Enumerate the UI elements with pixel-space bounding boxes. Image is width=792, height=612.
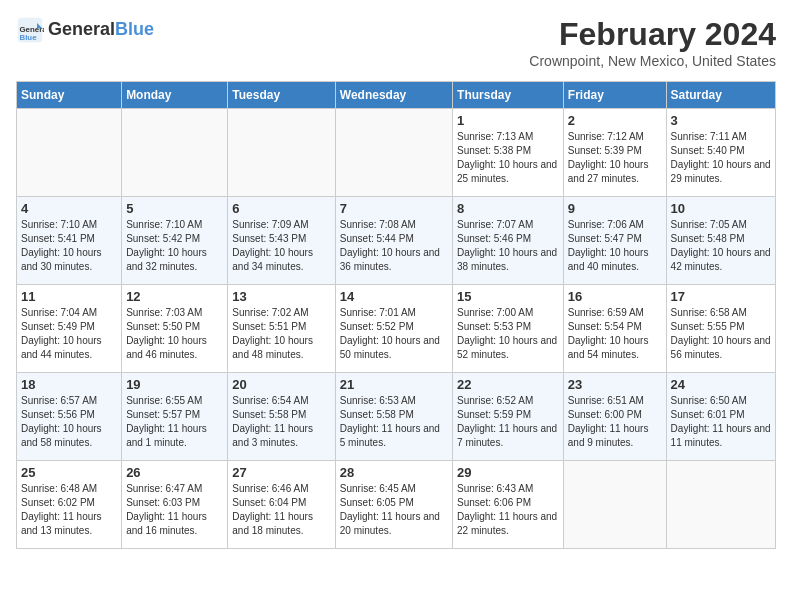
column-header-wednesday: Wednesday [335, 82, 452, 109]
day-cell: 24Sunrise: 6:50 AMSunset: 6:01 PMDayligh… [666, 373, 775, 461]
day-info: Sunrise: 6:54 AMSunset: 5:58 PMDaylight:… [232, 394, 330, 450]
day-cell [335, 109, 452, 197]
day-info: Sunrise: 6:50 AMSunset: 6:01 PMDaylight:… [671, 394, 771, 450]
day-number: 18 [21, 377, 117, 392]
day-cell: 8Sunrise: 7:07 AMSunset: 5:46 PMDaylight… [453, 197, 564, 285]
week-row-1: 1Sunrise: 7:13 AMSunset: 5:38 PMDaylight… [17, 109, 776, 197]
week-row-3: 11Sunrise: 7:04 AMSunset: 5:49 PMDayligh… [17, 285, 776, 373]
day-info: Sunrise: 6:52 AMSunset: 5:59 PMDaylight:… [457, 394, 559, 450]
day-info: Sunrise: 7:02 AMSunset: 5:51 PMDaylight:… [232, 306, 330, 362]
day-cell: 16Sunrise: 6:59 AMSunset: 5:54 PMDayligh… [563, 285, 666, 373]
day-cell: 22Sunrise: 6:52 AMSunset: 5:59 PMDayligh… [453, 373, 564, 461]
column-header-thursday: Thursday [453, 82, 564, 109]
day-info: Sunrise: 6:53 AMSunset: 5:58 PMDaylight:… [340, 394, 448, 450]
day-info: Sunrise: 6:47 AMSunset: 6:03 PMDaylight:… [126, 482, 223, 538]
day-cell: 2Sunrise: 7:12 AMSunset: 5:39 PMDaylight… [563, 109, 666, 197]
day-number: 16 [568, 289, 662, 304]
day-info: Sunrise: 7:13 AMSunset: 5:38 PMDaylight:… [457, 130, 559, 186]
day-number: 20 [232, 377, 330, 392]
column-header-saturday: Saturday [666, 82, 775, 109]
svg-text:Blue: Blue [20, 33, 38, 42]
day-cell: 1Sunrise: 7:13 AMSunset: 5:38 PMDaylight… [453, 109, 564, 197]
day-number: 14 [340, 289, 448, 304]
column-header-tuesday: Tuesday [228, 82, 335, 109]
day-number: 15 [457, 289, 559, 304]
day-number: 24 [671, 377, 771, 392]
day-info: Sunrise: 7:07 AMSunset: 5:46 PMDaylight:… [457, 218, 559, 274]
day-info: Sunrise: 6:59 AMSunset: 5:54 PMDaylight:… [568, 306, 662, 362]
day-info: Sunrise: 6:46 AMSunset: 6:04 PMDaylight:… [232, 482, 330, 538]
day-cell: 12Sunrise: 7:03 AMSunset: 5:50 PMDayligh… [122, 285, 228, 373]
day-info: Sunrise: 6:55 AMSunset: 5:57 PMDaylight:… [126, 394, 223, 450]
day-cell: 29Sunrise: 6:43 AMSunset: 6:06 PMDayligh… [453, 461, 564, 549]
day-number: 1 [457, 113, 559, 128]
day-cell [666, 461, 775, 549]
day-number: 11 [21, 289, 117, 304]
day-cell: 7Sunrise: 7:08 AMSunset: 5:44 PMDaylight… [335, 197, 452, 285]
day-cell: 14Sunrise: 7:01 AMSunset: 5:52 PMDayligh… [335, 285, 452, 373]
day-number: 28 [340, 465, 448, 480]
day-info: Sunrise: 7:00 AMSunset: 5:53 PMDaylight:… [457, 306, 559, 362]
day-info: Sunrise: 7:03 AMSunset: 5:50 PMDaylight:… [126, 306, 223, 362]
day-info: Sunrise: 7:10 AMSunset: 5:41 PMDaylight:… [21, 218, 117, 274]
day-info: Sunrise: 7:09 AMSunset: 5:43 PMDaylight:… [232, 218, 330, 274]
day-number: 8 [457, 201, 559, 216]
day-info: Sunrise: 7:04 AMSunset: 5:49 PMDaylight:… [21, 306, 117, 362]
day-info: Sunrise: 7:01 AMSunset: 5:52 PMDaylight:… [340, 306, 448, 362]
day-cell: 25Sunrise: 6:48 AMSunset: 6:02 PMDayligh… [17, 461, 122, 549]
day-cell: 21Sunrise: 6:53 AMSunset: 5:58 PMDayligh… [335, 373, 452, 461]
day-info: Sunrise: 7:11 AMSunset: 5:40 PMDaylight:… [671, 130, 771, 186]
day-cell: 11Sunrise: 7:04 AMSunset: 5:49 PMDayligh… [17, 285, 122, 373]
day-number: 19 [126, 377, 223, 392]
day-number: 5 [126, 201, 223, 216]
day-number: 10 [671, 201, 771, 216]
day-number: 29 [457, 465, 559, 480]
day-cell: 13Sunrise: 7:02 AMSunset: 5:51 PMDayligh… [228, 285, 335, 373]
logo-text: GeneralBlue [48, 20, 154, 40]
day-number: 25 [21, 465, 117, 480]
day-number: 12 [126, 289, 223, 304]
day-info: Sunrise: 6:48 AMSunset: 6:02 PMDaylight:… [21, 482, 117, 538]
day-cell: 19Sunrise: 6:55 AMSunset: 5:57 PMDayligh… [122, 373, 228, 461]
logo: General Blue GeneralBlue [16, 16, 154, 44]
day-number: 23 [568, 377, 662, 392]
day-number: 27 [232, 465, 330, 480]
day-cell: 28Sunrise: 6:45 AMSunset: 6:05 PMDayligh… [335, 461, 452, 549]
logo-icon: General Blue [16, 16, 44, 44]
day-info: Sunrise: 6:57 AMSunset: 5:56 PMDaylight:… [21, 394, 117, 450]
subtitle: Crownpoint, New Mexico, United States [529, 53, 776, 69]
day-cell: 23Sunrise: 6:51 AMSunset: 6:00 PMDayligh… [563, 373, 666, 461]
calendar-header-row: SundayMondayTuesdayWednesdayThursdayFrid… [17, 82, 776, 109]
day-cell: 15Sunrise: 7:00 AMSunset: 5:53 PMDayligh… [453, 285, 564, 373]
day-cell: 9Sunrise: 7:06 AMSunset: 5:47 PMDaylight… [563, 197, 666, 285]
calendar-body: 1Sunrise: 7:13 AMSunset: 5:38 PMDaylight… [17, 109, 776, 549]
week-row-4: 18Sunrise: 6:57 AMSunset: 5:56 PMDayligh… [17, 373, 776, 461]
page-header: General Blue GeneralBlue February 2024 C… [16, 16, 776, 69]
day-info: Sunrise: 7:08 AMSunset: 5:44 PMDaylight:… [340, 218, 448, 274]
day-number: 17 [671, 289, 771, 304]
day-cell: 20Sunrise: 6:54 AMSunset: 5:58 PMDayligh… [228, 373, 335, 461]
day-cell: 17Sunrise: 6:58 AMSunset: 5:55 PMDayligh… [666, 285, 775, 373]
day-cell: 26Sunrise: 6:47 AMSunset: 6:03 PMDayligh… [122, 461, 228, 549]
day-number: 4 [21, 201, 117, 216]
day-info: Sunrise: 7:05 AMSunset: 5:48 PMDaylight:… [671, 218, 771, 274]
day-number: 7 [340, 201, 448, 216]
day-cell: 6Sunrise: 7:09 AMSunset: 5:43 PMDaylight… [228, 197, 335, 285]
column-header-friday: Friday [563, 82, 666, 109]
day-number: 22 [457, 377, 559, 392]
day-cell [122, 109, 228, 197]
column-header-sunday: Sunday [17, 82, 122, 109]
day-info: Sunrise: 7:10 AMSunset: 5:42 PMDaylight:… [126, 218, 223, 274]
day-cell [563, 461, 666, 549]
day-info: Sunrise: 7:06 AMSunset: 5:47 PMDaylight:… [568, 218, 662, 274]
day-number: 26 [126, 465, 223, 480]
week-row-5: 25Sunrise: 6:48 AMSunset: 6:02 PMDayligh… [17, 461, 776, 549]
week-row-2: 4Sunrise: 7:10 AMSunset: 5:41 PMDaylight… [17, 197, 776, 285]
day-cell: 4Sunrise: 7:10 AMSunset: 5:41 PMDaylight… [17, 197, 122, 285]
day-info: Sunrise: 6:43 AMSunset: 6:06 PMDaylight:… [457, 482, 559, 538]
day-number: 6 [232, 201, 330, 216]
calendar-table: SundayMondayTuesdayWednesdayThursdayFrid… [16, 81, 776, 549]
day-cell: 27Sunrise: 6:46 AMSunset: 6:04 PMDayligh… [228, 461, 335, 549]
column-header-monday: Monday [122, 82, 228, 109]
day-cell [228, 109, 335, 197]
